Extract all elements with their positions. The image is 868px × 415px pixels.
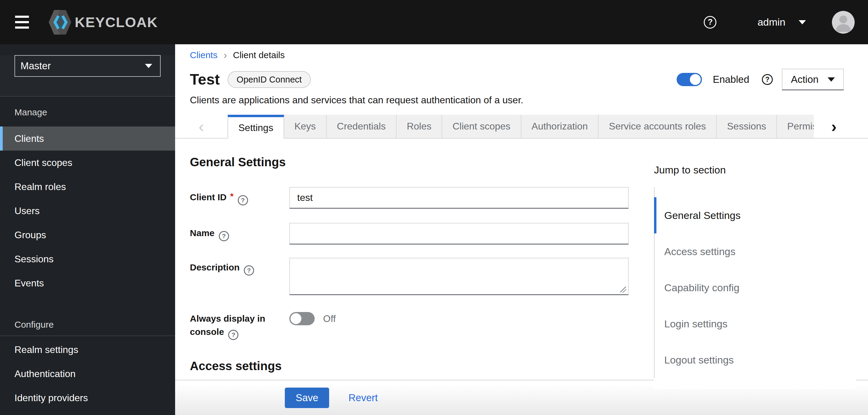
name-label: Name? [190, 227, 289, 241]
always-display-label-text: Always display in console [190, 313, 265, 337]
jump-item-capability-config[interactable]: Capability config [655, 270, 856, 306]
revert-link[interactable]: Revert [348, 392, 378, 404]
tab-client-scopes[interactable]: Client scopes [442, 115, 521, 138]
required-asterisk: * [230, 192, 234, 201]
jump-item-access-settings[interactable]: Access settings [655, 233, 856, 270]
sidebar-item-user-federation[interactable]: User federation [0, 410, 175, 415]
name-row: Name? [190, 223, 645, 245]
hamburger-bar [15, 21, 29, 23]
sidebar-item-clients[interactable]: Clients [0, 127, 175, 150]
toggle-state-label: Off [323, 313, 336, 324]
sidebar-item-client-scopes[interactable]: Client scopes [0, 150, 175, 175]
client-id-control [289, 187, 629, 209]
breadcrumb-clients-link[interactable]: Clients [190, 50, 218, 60]
hamburger-bar [15, 16, 29, 18]
action-dropdown-button[interactable]: Action [782, 69, 844, 90]
jump-to-section-list: General Settings Access settings Capabil… [654, 187, 856, 378]
save-button[interactable]: Save [285, 388, 329, 408]
nav-section-title-configure: Configure [0, 318, 175, 331]
page-subtitle: Clients are applications and services th… [190, 95, 868, 106]
hamburger-bar [15, 27, 29, 29]
realm-selector[interactable]: Master [14, 55, 161, 77]
tabs: ‹ Settings Keys Credentials Roles Client… [175, 115, 868, 139]
chevron-down-icon [145, 64, 152, 68]
tab-permissions[interactable]: Permissions [777, 115, 814, 138]
breadcrumb-current: Client details [233, 50, 285, 60]
help-icon[interactable]: ? [228, 330, 239, 340]
enabled-toggle-label: Enabled [713, 74, 749, 85]
description-label: Description? [190, 258, 289, 296]
keycloak-hexagon-icon [48, 9, 72, 35]
chevron-down-icon [799, 20, 806, 24]
always-display-toggle[interactable] [289, 312, 315, 325]
sidebar-item-realm-settings[interactable]: Realm settings [0, 338, 175, 362]
tab-scroll-left-icon[interactable]: ‹ [175, 115, 227, 138]
always-display-label: Always display in console? [190, 312, 289, 340]
jump-to-section-panel: Jump to section General Settings Access … [654, 164, 856, 389]
nav-group-configure: Configure Realm settings Authentication … [0, 318, 175, 415]
description-textarea[interactable] [289, 258, 629, 295]
protocol-badge: OpenID Connect [227, 71, 311, 88]
enabled-toggle[interactable] [677, 73, 702, 86]
help-icon[interactable]: ? [704, 16, 716, 29]
nav-divider [0, 336, 175, 336]
tab-roles[interactable]: Roles [397, 115, 442, 138]
caret-down-icon [828, 77, 835, 81]
help-icon[interactable]: ? [762, 74, 773, 85]
name-control [289, 223, 629, 245]
help-icon[interactable]: ? [244, 265, 254, 276]
keycloak-logo: KEYCLOAK [48, 9, 158, 35]
nav-group-manage: Manage Clients Client scopes Realm roles… [0, 106, 175, 295]
hamburger-menu-icon[interactable] [15, 16, 29, 29]
sidebar-item-groups[interactable]: Groups [0, 223, 175, 247]
access-settings-heading: Access settings [190, 359, 645, 373]
jump-item-logout-settings[interactable]: Logout settings [655, 342, 856, 378]
tab-settings[interactable]: Settings [227, 115, 284, 139]
sidebar-item-authentication[interactable]: Authentication [0, 362, 175, 386]
help-icon[interactable]: ? [238, 195, 248, 205]
settings-form: General Settings Client ID*? Name? [175, 155, 645, 373]
sidebar-item-sessions[interactable]: Sessions [0, 247, 175, 271]
client-id-row: Client ID*? [190, 187, 645, 209]
main-content: Clients › Client details Test OpenID Con… [175, 44, 868, 415]
jump-to-section-title: Jump to section [654, 164, 856, 176]
general-settings-heading: General Settings [190, 155, 645, 169]
avatar[interactable] [832, 11, 855, 34]
always-display-row: Always display in console? Off [190, 312, 645, 340]
tab-credentials[interactable]: Credentials [327, 115, 397, 138]
sidebar-item-events[interactable]: Events [0, 271, 175, 295]
resize-handle-icon[interactable] [620, 287, 626, 293]
user-menu[interactable]: admin [757, 16, 806, 28]
always-display-control: Off [289, 312, 336, 325]
tab-keys[interactable]: Keys [284, 115, 327, 138]
sidebar: Master Manage Clients Client scopes Real… [0, 44, 175, 415]
nav-section-title-manage: Manage [0, 106, 175, 119]
masthead: KEYCLOAK ? admin [0, 0, 868, 44]
breadcrumb: Clients › Client details [190, 49, 868, 61]
tab-scroll-right-icon[interactable]: › [814, 115, 868, 138]
client-id-input[interactable] [289, 187, 629, 209]
keycloak-logo-text: KEYCLOAK [75, 14, 158, 30]
help-icon[interactable]: ? [219, 231, 229, 241]
jump-item-general-settings[interactable]: General Settings [655, 197, 856, 233]
sidebar-item-identity-providers[interactable]: Identity providers [0, 386, 175, 410]
page-header: Test OpenID Connect Enabled ? Action [175, 69, 868, 90]
keycloak-admin-console: KEYCLOAK ? admin Master M [0, 0, 868, 415]
description-label-text: Description [190, 262, 240, 272]
realm-selector-section: Master [0, 55, 175, 97]
action-dropdown-label: Action [791, 74, 818, 85]
tab-authorization[interactable]: Authorization [521, 115, 599, 138]
name-input[interactable] [289, 223, 629, 245]
client-id-label-text: Client ID [190, 192, 227, 202]
tab-sessions[interactable]: Sessions [717, 115, 777, 138]
client-id-label: Client ID*? [190, 191, 289, 205]
jump-item-login-settings[interactable]: Login settings [655, 306, 856, 342]
description-row: Description? [190, 258, 645, 296]
tab-list: Settings Keys Credentials Roles Client s… [227, 115, 814, 139]
sidebar-item-users[interactable]: Users [0, 199, 175, 223]
realm-selector-value: Master [21, 60, 51, 72]
page-title: Test [190, 71, 220, 88]
sidebar-item-realm-roles[interactable]: Realm roles [0, 175, 175, 199]
tab-service-accounts-roles[interactable]: Service accounts roles [598, 115, 717, 138]
toggle-knob [290, 313, 301, 324]
